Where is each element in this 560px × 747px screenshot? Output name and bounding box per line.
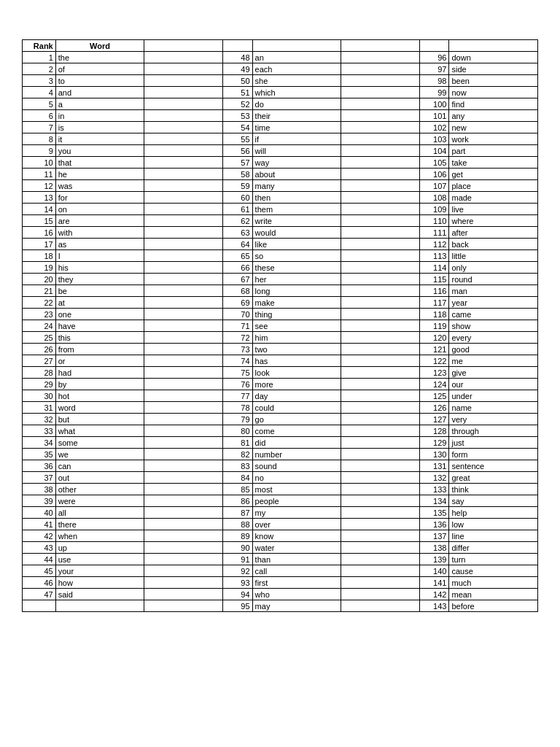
- rank-1: 22: [23, 297, 56, 309]
- rank-2: 82: [223, 449, 252, 460]
- table-row: 45your92call140cause: [23, 565, 538, 577]
- word-2: way: [252, 157, 341, 169]
- rank-1: 39: [23, 495, 56, 507]
- blank-1: [144, 542, 223, 554]
- header-rank: Rank: [23, 40, 56, 52]
- word-1: word: [55, 402, 144, 414]
- blank-1: [144, 589, 223, 600]
- blank-2: [341, 437, 420, 449]
- table-row: 20they67her115round: [23, 274, 538, 285]
- rank-3: 137: [420, 530, 449, 542]
- blank-1: [144, 332, 223, 344]
- word-3: good: [449, 344, 538, 355]
- word-2: then: [252, 192, 341, 204]
- rank-3: 129: [420, 437, 449, 449]
- word-2: if: [252, 133, 341, 145]
- rank-2: 63: [223, 227, 252, 239]
- word-2: may: [252, 600, 341, 612]
- rank-1: 12: [23, 180, 56, 192]
- rank-1: 42: [23, 530, 56, 542]
- table-row: 16with63would111after: [23, 227, 538, 239]
- blank-2: [341, 309, 420, 320]
- word-3: great: [449, 472, 538, 484]
- word-2: go: [252, 414, 341, 425]
- rank-2: 53: [223, 110, 252, 122]
- rank-2: 64: [223, 239, 252, 250]
- rank-2: 74: [223, 355, 252, 367]
- rank-2: 78: [223, 402, 252, 414]
- blank-2: [341, 495, 420, 507]
- table-body: 1the48an96down2of49each97side3to50she98b…: [23, 52, 538, 612]
- rank-3: 111: [420, 227, 449, 239]
- rank-1: 43: [23, 542, 56, 554]
- rank-2: 61: [223, 204, 252, 215]
- word-2: sound: [252, 460, 341, 472]
- word-2: come: [252, 425, 341, 437]
- rank-1: 20: [23, 274, 56, 285]
- rank-1: 36: [23, 460, 56, 472]
- blank-2: [341, 63, 420, 75]
- blank-1: [144, 204, 223, 215]
- word-1: use: [55, 554, 144, 565]
- rank-1: 3: [23, 75, 56, 87]
- blank-2: [341, 75, 420, 87]
- word-1: up: [55, 542, 144, 554]
- word-3: work: [449, 133, 538, 145]
- word-1: of: [55, 63, 144, 75]
- word-1: in: [55, 110, 144, 122]
- blank-1: [144, 484, 223, 495]
- word-3: made: [449, 192, 538, 204]
- word-1: can: [55, 460, 144, 472]
- word-2: these: [252, 262, 341, 274]
- rank-1: 34: [23, 437, 56, 449]
- rank-1: 29: [23, 379, 56, 390]
- word-2: thing: [252, 309, 341, 320]
- blank-1: [144, 169, 223, 180]
- table-row: 27or74has122me: [23, 355, 538, 367]
- rank-1: 45: [23, 565, 56, 577]
- word-table: Rank Word 1the48an96down2of49each97side3…: [22, 39, 538, 612]
- word-2: could: [252, 402, 341, 414]
- rank-3: 96: [420, 52, 449, 63]
- table-row: 31word78could126name: [23, 402, 538, 414]
- table-row: 19his66these114only: [23, 262, 538, 274]
- rank-1: 31: [23, 402, 56, 414]
- blank-2: [341, 169, 420, 180]
- rank-1: 19: [23, 262, 56, 274]
- rank-3: 105: [420, 157, 449, 169]
- table-row: 11he58about106get: [23, 169, 538, 180]
- word-3: new: [449, 122, 538, 133]
- word-1: I: [55, 250, 144, 262]
- word-1: are: [55, 215, 144, 227]
- rank-3: 136: [420, 519, 449, 530]
- rank-2: 72: [223, 332, 252, 344]
- blank-2: [341, 110, 420, 122]
- header-rank2: [223, 40, 252, 52]
- blank-1: [144, 402, 223, 414]
- table-row: 32but79go127very: [23, 414, 538, 425]
- blank-2: [341, 192, 420, 204]
- rank-2: 73: [223, 344, 252, 355]
- word-2: make: [252, 297, 341, 309]
- word-2: people: [252, 495, 341, 507]
- rank-3: 116: [420, 285, 449, 297]
- word-3: place: [449, 180, 538, 192]
- word-3: find: [449, 98, 538, 110]
- blank-1: [144, 122, 223, 133]
- word-1: to: [55, 75, 144, 87]
- word-3: round: [449, 274, 538, 285]
- blank-1: [144, 63, 223, 75]
- word-2: write: [252, 215, 341, 227]
- rank-2: 58: [223, 169, 252, 180]
- blank-1: [144, 437, 223, 449]
- blank-1: [144, 355, 223, 367]
- table-row: 8it55if103work: [23, 133, 538, 145]
- word-2: her: [252, 274, 341, 285]
- word-2: has: [252, 355, 341, 367]
- table-row: 35we82number130form: [23, 449, 538, 460]
- word-3: low: [449, 519, 538, 530]
- blank-1: [144, 285, 223, 297]
- word-2: many: [252, 180, 341, 192]
- rank-2: 79: [223, 414, 252, 425]
- blank-2: [341, 425, 420, 437]
